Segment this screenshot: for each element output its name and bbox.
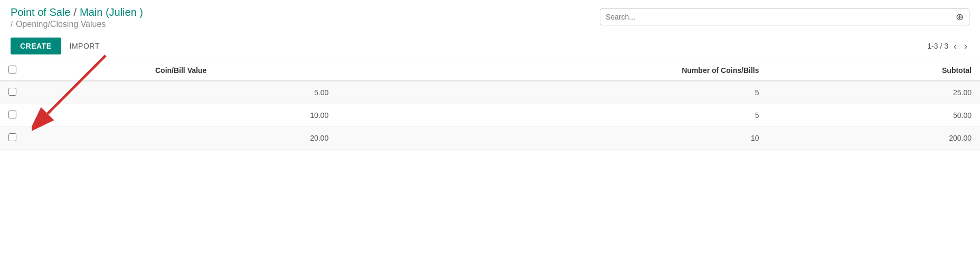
breadcrumb-line1: Point of Sale / Main (Julien ) bbox=[11, 6, 143, 19]
breadcrumb-pos-link[interactable]: Point of Sale bbox=[11, 6, 70, 19]
breadcrumb-line2: / Opening/Closing Values bbox=[11, 20, 143, 29]
table-row: 5.00525.00 bbox=[0, 81, 980, 104]
table-row: 10.00550.00 bbox=[0, 104, 980, 127]
row-checkbox-cell bbox=[0, 127, 25, 150]
row-checkbox[interactable] bbox=[8, 111, 16, 118]
breadcrumb-sep1: / bbox=[73, 6, 77, 19]
search-input[interactable] bbox=[606, 13, 956, 21]
breadcrumb-main-label: Main (Julien ) bbox=[80, 6, 143, 19]
breadcrumb-sep2: / bbox=[11, 20, 13, 29]
create-button[interactable]: CREATE bbox=[11, 38, 61, 54]
data-table: Coin/Bill Value Number of Coins/Bills Su… bbox=[0, 60, 980, 150]
header-subtotal: Subtotal bbox=[767, 60, 980, 81]
row-coin-bill-value: 5.00 bbox=[25, 81, 337, 104]
row-checkbox[interactable] bbox=[8, 133, 16, 141]
header: Point of Sale / Main (Julien ) / Opening… bbox=[0, 0, 980, 32]
toolbar: CREATE IMPORT 1-3 / 3 ‹ › bbox=[0, 32, 980, 60]
select-all-checkbox[interactable] bbox=[8, 66, 16, 74]
pagination-info: 1-3 / 3 bbox=[927, 42, 948, 50]
row-subtotal: 25.00 bbox=[767, 81, 980, 104]
row-checkbox-cell bbox=[0, 81, 25, 104]
import-button[interactable]: IMPORT bbox=[67, 38, 103, 54]
row-checkbox-cell bbox=[0, 104, 25, 127]
page-wrapper: Point of Sale / Main (Julien ) / Opening… bbox=[0, 0, 980, 150]
row-coin-bill-value: 10.00 bbox=[25, 104, 337, 127]
row-coin-bill-value: 20.00 bbox=[25, 127, 337, 150]
breadcrumb: Point of Sale / Main (Julien ) / Opening… bbox=[11, 6, 143, 29]
pagination-prev-button[interactable]: ‹ bbox=[951, 40, 959, 53]
pagination: 1-3 / 3 ‹ › bbox=[927, 40, 969, 53]
search-icon[interactable]: ⊕ bbox=[956, 11, 964, 23]
row-number-coins: 10 bbox=[337, 127, 767, 150]
pagination-next-button[interactable]: › bbox=[962, 40, 969, 53]
search-bar: ⊕ bbox=[600, 8, 969, 25]
toolbar-left: CREATE IMPORT bbox=[11, 38, 103, 54]
row-number-coins: 5 bbox=[337, 81, 767, 104]
breadcrumb-sub-label: Opening/Closing Values bbox=[16, 20, 106, 29]
header-coin-bill-value: Coin/Bill Value bbox=[25, 60, 337, 81]
table-header-row: Coin/Bill Value Number of Coins/Bills Su… bbox=[0, 60, 980, 81]
row-checkbox[interactable] bbox=[8, 88, 16, 96]
row-subtotal: 200.00 bbox=[767, 127, 980, 150]
table-row: 20.0010200.00 bbox=[0, 127, 980, 150]
header-checkbox-cell bbox=[0, 60, 25, 81]
header-number-coins: Number of Coins/Bills bbox=[337, 60, 767, 81]
row-number-coins: 5 bbox=[337, 104, 767, 127]
table-body: 5.00525.0010.00550.0020.0010200.00 bbox=[0, 81, 980, 150]
row-subtotal: 50.00 bbox=[767, 104, 980, 127]
